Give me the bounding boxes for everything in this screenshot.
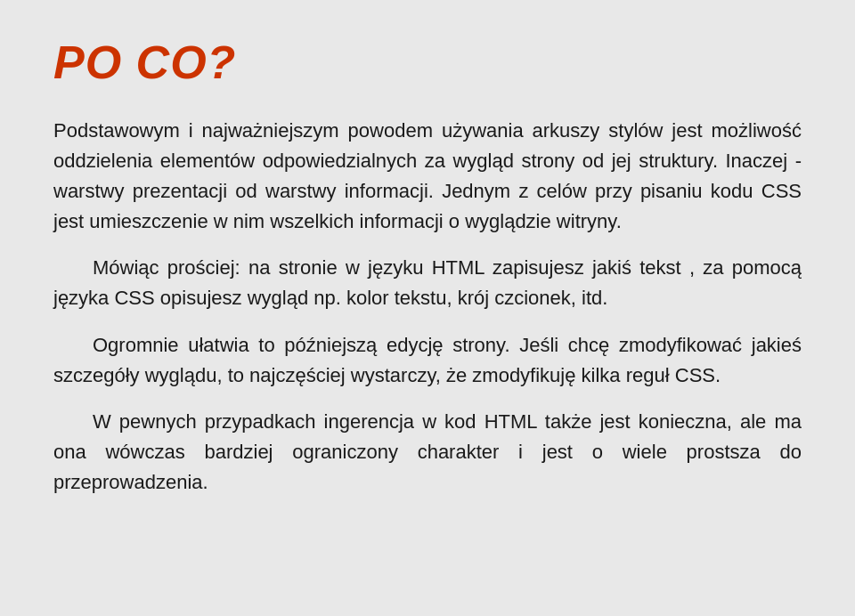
paragraph-4: W pewnych przypadkach ingerencja w kod H… bbox=[53, 407, 802, 498]
paragraph-2: Mówiąc prościej: na stronie w języku HTM… bbox=[53, 253, 802, 313]
slide-content: Podstawowym i najważniejszym powodem uży… bbox=[53, 116, 802, 498]
paragraph-1: Podstawowym i najważniejszym powodem uży… bbox=[53, 116, 802, 237]
slide-title: PO CO? bbox=[53, 36, 802, 89]
paragraph-3: Ogromnie ułatwia to późniejszą edycję st… bbox=[53, 330, 802, 391]
slide-container: PO CO? Podstawowym i najważniejszym powo… bbox=[0, 0, 855, 616]
